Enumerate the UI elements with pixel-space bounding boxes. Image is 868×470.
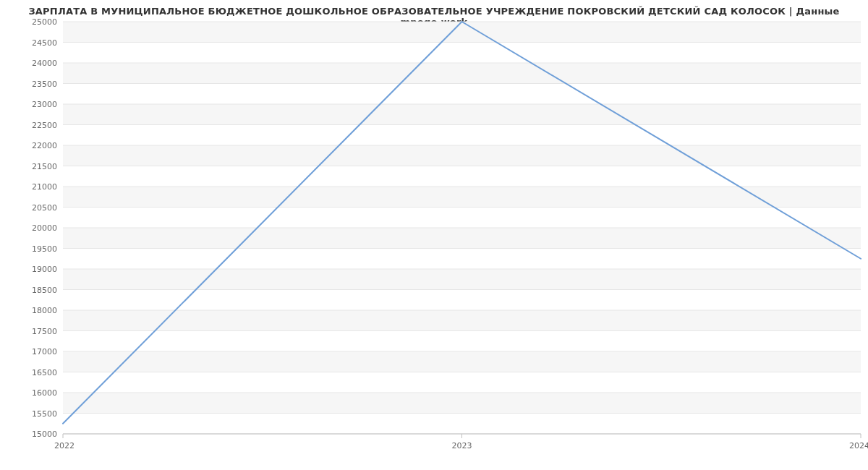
y-tick-label: 17500 (32, 327, 57, 336)
grid-band (63, 145, 861, 166)
y-tick-label: 17000 (32, 347, 57, 356)
y-tick-label: 24000 (32, 59, 57, 68)
y-tick-label: 22000 (32, 141, 57, 150)
y-tick-label: 23000 (32, 100, 57, 109)
grid-band (63, 228, 861, 249)
grid-band (63, 63, 861, 84)
y-tick-label: 21000 (32, 182, 57, 192)
y-tick-label: 19500 (32, 244, 57, 254)
y-tick-label: 23500 (32, 80, 57, 89)
y-tick-label: 15000 (32, 430, 57, 439)
x-tick-label: 2022 (54, 441, 75, 450)
y-tick-label: 19000 (32, 265, 57, 274)
y-tick-label: 25000 (32, 17, 57, 27)
grid-band (63, 187, 861, 208)
y-tick-label: 20000 (32, 223, 57, 233)
y-tick-label: 24500 (32, 38, 57, 48)
grid-band (63, 351, 861, 372)
x-tick-label: 2023 (452, 441, 472, 450)
grid-band (63, 310, 861, 331)
y-tick-label: 18000 (32, 306, 57, 315)
y-tick-label: 22500 (32, 121, 57, 130)
grid-band (63, 104, 861, 125)
grid-band (63, 393, 861, 414)
chart-container: ЗАРПЛАТА В МУНИЦИПАЛЬНОЕ БЮДЖЕТНОЕ ДОШКО… (0, 0, 868, 470)
chart-svg: 1500015500160001650017000175001800018500… (0, 0, 868, 470)
y-tick-label: 16000 (32, 388, 57, 398)
x-tick-label: 2024 (849, 441, 868, 450)
y-tick-label: 16500 (32, 368, 57, 377)
grid-band (63, 269, 861, 290)
grid-band (63, 22, 861, 43)
y-tick-label: 18500 (32, 286, 57, 295)
y-tick-label: 15500 (32, 409, 57, 419)
y-tick-label: 21500 (32, 162, 57, 171)
y-tick-label: 20500 (32, 203, 57, 213)
